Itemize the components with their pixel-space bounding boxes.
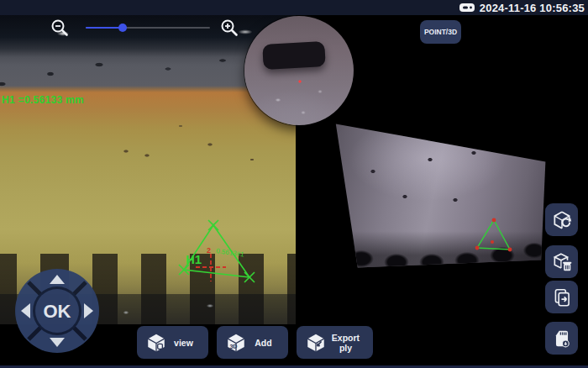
view-button[interactable]: view: [137, 326, 208, 359]
zoom-out-button[interactable]: [50, 18, 69, 37]
storage-disk-icon: [459, 3, 475, 13]
dpad-control: OK: [13, 267, 101, 355]
pointcloud-measurement-marker: [470, 210, 521, 260]
magnifier-preview: [244, 16, 354, 125]
zoom-slider-thumb[interactable]: [118, 24, 127, 32]
status-topbar: 2024-11-16 10:56:35: [0, 0, 588, 15]
zoom-in-magnifier-icon: [223, 21, 237, 35]
add-button[interactable]: 3D Add: [217, 326, 288, 359]
add-button-label: Add: [247, 338, 280, 348]
cube-delete-icon: [551, 251, 573, 273]
magnified-slot-feature: [262, 41, 325, 70]
cube-3d-text: 3D: [229, 343, 237, 350]
ok-button[interactable]: OK: [35, 289, 79, 333]
clock-timestamp: 2024-11-16 10:56:35: [480, 3, 585, 13]
export-ply-button[interactable]: Export ply: [297, 326, 373, 359]
sd-save-icon: [551, 328, 573, 350]
point-3d-mode-button[interactable]: POINT/3D: [420, 20, 461, 44]
zoom-out-magnifier-icon: [53, 21, 67, 35]
export-ply-button-label: Export ply: [327, 333, 365, 353]
cube-export-icon: [305, 332, 327, 354]
reset-3d-view-button[interactable]: [545, 203, 578, 236]
cube-reset-icon: [551, 209, 573, 231]
export-file-button[interactable]: [545, 281, 578, 313]
cube-3d-add-icon: 3D: [225, 332, 247, 354]
annotation-value-tag: 0.5613#1: [216, 247, 245, 259]
delete-pointcloud-button[interactable]: [545, 245, 578, 278]
zoom-slider[interactable]: [86, 27, 210, 29]
save-to-sd-button[interactable]: [545, 322, 578, 355]
annotation-point-label: H1: [186, 252, 202, 266]
zoom-slider-fill: [86, 27, 123, 29]
view-button-label: view: [167, 338, 200, 348]
zoom-in-button[interactable]: [220, 18, 239, 37]
cube-view-icon: [145, 332, 167, 354]
ok-button-label: OK: [44, 301, 71, 322]
measurement-app-screen: H1 =0.56133 mm H1 2 0.5613#1: [0, 0, 588, 368]
annotation-cursor-index: 2: [207, 246, 211, 255]
file-export-icon: [551, 287, 573, 308]
